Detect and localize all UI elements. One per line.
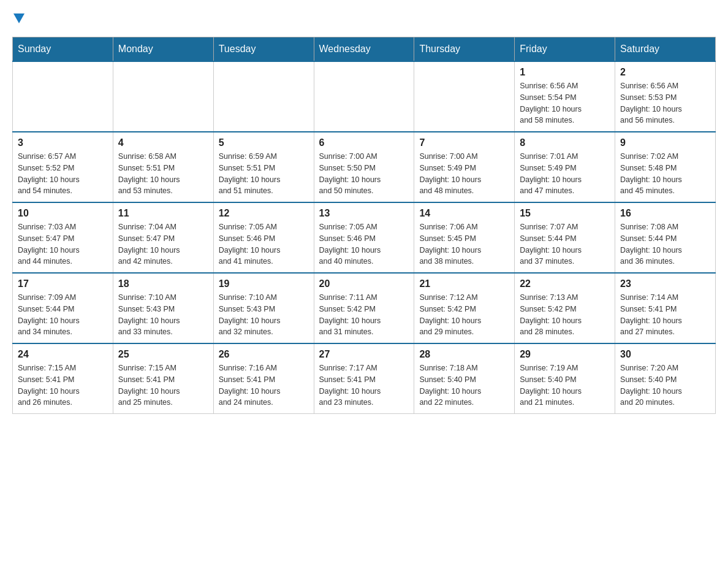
day-number: 2: [620, 67, 710, 78]
calendar-cell: 30Sunrise: 7:20 AM Sunset: 5:40 PM Dayli…: [615, 343, 716, 414]
weekday-header-wednesday: Wednesday: [314, 37, 414, 62]
day-info: Sunrise: 7:10 AM Sunset: 5:43 PM Dayligh…: [118, 292, 208, 338]
calendar-cell: 10Sunrise: 7:03 AM Sunset: 5:47 PM Dayli…: [13, 202, 113, 273]
day-info: Sunrise: 7:18 AM Sunset: 5:40 PM Dayligh…: [419, 362, 509, 408]
day-number: 9: [620, 137, 710, 148]
calendar-cell: 19Sunrise: 7:10 AM Sunset: 5:43 PM Dayli…: [213, 273, 314, 343]
calendar-cell: 2Sunrise: 6:56 AM Sunset: 5:53 PM Daylig…: [615, 61, 716, 132]
day-number: 6: [319, 137, 409, 148]
svg-marker-0: [13, 13, 25, 23]
day-info: Sunrise: 7:15 AM Sunset: 5:41 PM Dayligh…: [118, 362, 208, 408]
day-info: Sunrise: 6:57 AM Sunset: 5:52 PM Dayligh…: [18, 151, 108, 197]
day-number: 3: [18, 137, 108, 148]
day-number: 23: [620, 278, 710, 289]
day-number: 27: [319, 349, 409, 360]
day-number: 10: [18, 208, 108, 219]
calendar-cell: 14Sunrise: 7:06 AM Sunset: 5:45 PM Dayli…: [414, 202, 515, 273]
day-info: Sunrise: 7:02 AM Sunset: 5:48 PM Dayligh…: [620, 151, 710, 197]
day-info: Sunrise: 7:19 AM Sunset: 5:40 PM Dayligh…: [520, 362, 610, 408]
calendar-cell: [314, 61, 414, 132]
calendar-cell: [113, 61, 213, 132]
day-number: 15: [520, 208, 610, 219]
logo: [12, 12, 25, 25]
calendar-cell: 3Sunrise: 6:57 AM Sunset: 5:52 PM Daylig…: [13, 132, 113, 202]
calendar-header-row: SundayMondayTuesdayWednesdayThursdayFrid…: [13, 37, 716, 62]
day-number: 24: [18, 349, 108, 360]
calendar-cell: 21Sunrise: 7:12 AM Sunset: 5:42 PM Dayli…: [414, 273, 515, 343]
day-info: Sunrise: 7:13 AM Sunset: 5:42 PM Dayligh…: [520, 292, 610, 338]
calendar-cell: 6Sunrise: 7:00 AM Sunset: 5:50 PM Daylig…: [314, 132, 414, 202]
calendar-cell: 26Sunrise: 7:16 AM Sunset: 5:41 PM Dayli…: [213, 343, 314, 414]
day-info: Sunrise: 7:05 AM Sunset: 5:46 PM Dayligh…: [219, 221, 309, 267]
day-number: 8: [520, 137, 610, 148]
day-number: 28: [419, 349, 509, 360]
day-info: Sunrise: 7:00 AM Sunset: 5:50 PM Dayligh…: [319, 151, 409, 197]
calendar-cell: 12Sunrise: 7:05 AM Sunset: 5:46 PM Dayli…: [213, 202, 314, 273]
weekday-header-sunday: Sunday: [13, 37, 113, 62]
day-number: 21: [419, 278, 509, 289]
day-number: 11: [118, 208, 208, 219]
calendar-cell: 25Sunrise: 7:15 AM Sunset: 5:41 PM Dayli…: [113, 343, 213, 414]
day-number: 30: [620, 349, 710, 360]
logo-triangle-icon: [13, 13, 25, 25]
day-info: Sunrise: 7:12 AM Sunset: 5:42 PM Dayligh…: [419, 292, 509, 338]
day-number: 14: [419, 208, 509, 219]
day-number: 4: [118, 137, 208, 148]
calendar-cell: 7Sunrise: 7:00 AM Sunset: 5:49 PM Daylig…: [414, 132, 515, 202]
calendar-cell: 11Sunrise: 7:04 AM Sunset: 5:47 PM Dayli…: [113, 202, 213, 273]
day-number: 25: [118, 349, 208, 360]
day-number: 29: [520, 349, 610, 360]
day-info: Sunrise: 7:15 AM Sunset: 5:41 PM Dayligh…: [18, 362, 108, 408]
day-info: Sunrise: 7:08 AM Sunset: 5:44 PM Dayligh…: [620, 221, 710, 267]
day-info: Sunrise: 7:06 AM Sunset: 5:45 PM Dayligh…: [419, 221, 509, 267]
week-row-1: 1Sunrise: 6:56 AM Sunset: 5:54 PM Daylig…: [13, 61, 716, 132]
weekday-header-monday: Monday: [113, 37, 213, 62]
day-info: Sunrise: 7:11 AM Sunset: 5:42 PM Dayligh…: [319, 292, 409, 338]
day-info: Sunrise: 6:56 AM Sunset: 5:53 PM Dayligh…: [620, 80, 710, 126]
page-header: [12, 12, 716, 25]
day-info: Sunrise: 7:03 AM Sunset: 5:47 PM Dayligh…: [18, 221, 108, 267]
calendar-cell: 15Sunrise: 7:07 AM Sunset: 5:44 PM Dayli…: [515, 202, 615, 273]
calendar-cell: 13Sunrise: 7:05 AM Sunset: 5:46 PM Dayli…: [314, 202, 414, 273]
calendar-cell: 8Sunrise: 7:01 AM Sunset: 5:49 PM Daylig…: [515, 132, 615, 202]
day-info: Sunrise: 6:58 AM Sunset: 5:51 PM Dayligh…: [118, 151, 208, 197]
day-number: 18: [118, 278, 208, 289]
week-row-4: 17Sunrise: 7:09 AM Sunset: 5:44 PM Dayli…: [13, 273, 716, 343]
day-number: 20: [319, 278, 409, 289]
day-info: Sunrise: 7:16 AM Sunset: 5:41 PM Dayligh…: [219, 362, 309, 408]
day-number: 5: [219, 137, 309, 148]
calendar-cell: 17Sunrise: 7:09 AM Sunset: 5:44 PM Dayli…: [13, 273, 113, 343]
week-row-5: 24Sunrise: 7:15 AM Sunset: 5:41 PM Dayli…: [13, 343, 716, 414]
calendar-cell: 5Sunrise: 6:59 AM Sunset: 5:51 PM Daylig…: [213, 132, 314, 202]
calendar-cell: [13, 61, 113, 132]
day-info: Sunrise: 7:05 AM Sunset: 5:46 PM Dayligh…: [319, 221, 409, 267]
calendar-cell: 20Sunrise: 7:11 AM Sunset: 5:42 PM Dayli…: [314, 273, 414, 343]
day-info: Sunrise: 7:07 AM Sunset: 5:44 PM Dayligh…: [520, 221, 610, 267]
day-number: 1: [520, 67, 610, 78]
day-info: Sunrise: 7:00 AM Sunset: 5:49 PM Dayligh…: [419, 151, 509, 197]
calendar-cell: 29Sunrise: 7:19 AM Sunset: 5:40 PM Dayli…: [515, 343, 615, 414]
calendar-cell: 18Sunrise: 7:10 AM Sunset: 5:43 PM Dayli…: [113, 273, 213, 343]
day-number: 17: [18, 278, 108, 289]
day-info: Sunrise: 7:04 AM Sunset: 5:47 PM Dayligh…: [118, 221, 208, 267]
day-number: 12: [219, 208, 309, 219]
calendar-cell: 4Sunrise: 6:58 AM Sunset: 5:51 PM Daylig…: [113, 132, 213, 202]
calendar-cell: 9Sunrise: 7:02 AM Sunset: 5:48 PM Daylig…: [615, 132, 716, 202]
calendar-cell: 28Sunrise: 7:18 AM Sunset: 5:40 PM Dayli…: [414, 343, 515, 414]
day-info: Sunrise: 7:20 AM Sunset: 5:40 PM Dayligh…: [620, 362, 710, 408]
weekday-header-tuesday: Tuesday: [213, 37, 314, 62]
calendar-cell: 27Sunrise: 7:17 AM Sunset: 5:41 PM Dayli…: [314, 343, 414, 414]
day-number: 19: [219, 278, 309, 289]
day-info: Sunrise: 7:10 AM Sunset: 5:43 PM Dayligh…: [219, 292, 309, 338]
day-info: Sunrise: 7:14 AM Sunset: 5:41 PM Dayligh…: [620, 292, 710, 338]
day-number: 7: [419, 137, 509, 148]
calendar-cell: [414, 61, 515, 132]
weekday-header-thursday: Thursday: [414, 37, 515, 62]
week-row-2: 3Sunrise: 6:57 AM Sunset: 5:52 PM Daylig…: [13, 132, 716, 202]
day-number: 22: [520, 278, 610, 289]
calendar-table: SundayMondayTuesdayWednesdayThursdayFrid…: [12, 37, 716, 414]
day-info: Sunrise: 6:59 AM Sunset: 5:51 PM Dayligh…: [219, 151, 309, 197]
week-row-3: 10Sunrise: 7:03 AM Sunset: 5:47 PM Dayli…: [13, 202, 716, 273]
day-info: Sunrise: 6:56 AM Sunset: 5:54 PM Dayligh…: [520, 80, 610, 126]
calendar-cell: 22Sunrise: 7:13 AM Sunset: 5:42 PM Dayli…: [515, 273, 615, 343]
